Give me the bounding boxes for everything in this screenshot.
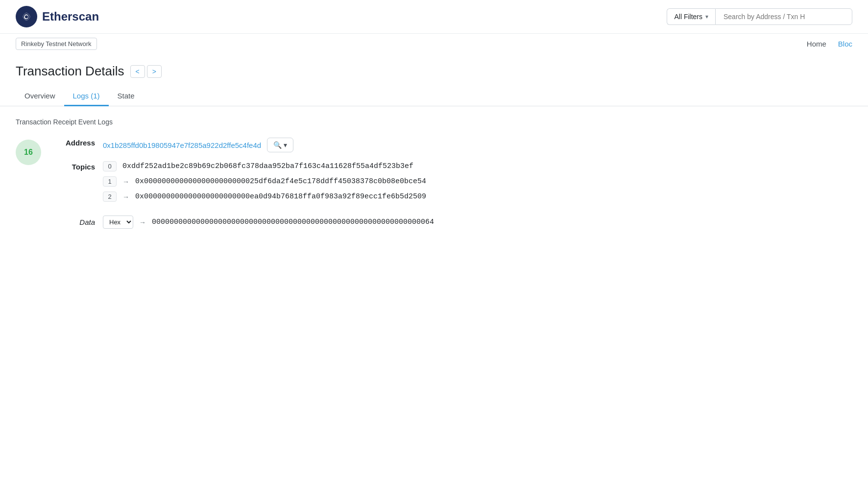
address-link[interactable]: 0x1b285ffd0b19805947e7f285a922d2ffe5c4fe… — [103, 141, 261, 149]
topic-index-1: 1 — [103, 176, 117, 187]
filter-label: All Filters — [674, 13, 702, 21]
topic-value-2: 0x000000000000000000000000ea0d94b76818ff… — [135, 192, 426, 201]
topic-index-0: 0 — [103, 161, 117, 171]
prev-arrow[interactable]: < — [130, 65, 145, 78]
svg-point-1 — [25, 15, 28, 18]
logo-icon — [16, 6, 37, 27]
nav-links: Home Bloc — [807, 40, 852, 48]
log-entry: 16 Address 0x1b285ffd0b19805947e7f285a92… — [16, 138, 852, 229]
topic-item-0: 0 0xddf252ad1be2c89b69c2b068fc378daa952b… — [103, 161, 852, 171]
filter-dropdown[interactable]: All Filters ▾ — [667, 8, 715, 25]
topic-item-2: 2 → 0x000000000000000000000000ea0d94b768… — [103, 192, 852, 202]
topics-content: 0 0xddf252ad1be2c89b69c2b068fc378daa952b… — [103, 161, 852, 207]
data-value: 0000000000000000000000000000000000000000… — [152, 218, 434, 226]
address-btn-chevron: ▾ — [284, 141, 287, 149]
topic-item-1: 1 → 0x00000000000000000000000025df6da2f4… — [103, 176, 852, 187]
log-details: Address 0x1b285ffd0b19805947e7f285a922d2… — [51, 138, 852, 229]
search-input[interactable] — [715, 8, 852, 25]
page-title-area: Transaction Details < > — [0, 54, 868, 79]
arrow-right-icon-2: → — [122, 193, 129, 201]
logo-text: Etherscan — [42, 10, 99, 24]
nav-arrows: < > — [130, 65, 162, 78]
address-action-btn[interactable]: 🔍 ▾ — [267, 138, 293, 152]
topic-value-1: 0x00000000000000000000000025df6da2f4e5c1… — [135, 177, 426, 186]
topic-index-2: 2 — [103, 192, 117, 202]
sub-header: Rinkeby Testnet Network Home Bloc — [0, 34, 868, 54]
page-title: Transaction Details — [16, 64, 124, 79]
next-arrow[interactable]: > — [147, 65, 162, 78]
nav-blocks[interactable]: Bloc — [838, 40, 852, 48]
address-label: Address — [51, 138, 95, 147]
network-badge: Rinkeby Testnet Network — [16, 38, 97, 50]
address-value-area: 0x1b285ffd0b19805947e7f285a922d2ffe5c4fe… — [103, 138, 293, 152]
data-format-select[interactable]: Hex Dec Text — [103, 216, 133, 229]
topics-label: Topics — [51, 161, 95, 171]
data-row: Data Hex Dec Text → 00000000000000000000… — [51, 216, 852, 229]
magnifier-icon: 🔍 — [273, 141, 282, 149]
logo-area: Etherscan — [16, 6, 99, 27]
data-label: Data — [51, 218, 95, 226]
content: Transaction Receipt Event Logs 16 Addres… — [0, 106, 868, 240]
tab-state[interactable]: State — [109, 87, 144, 106]
tab-logs[interactable]: Logs (1) — [64, 87, 109, 106]
topics-row: Topics 0 0xddf252ad1be2c89b69c2b068fc378… — [51, 161, 852, 207]
arrow-right-icon-1: → — [122, 178, 129, 186]
address-row: Address 0x1b285ffd0b19805947e7f285a922d2… — [51, 138, 852, 152]
tabs: Overview Logs (1) State — [0, 79, 868, 106]
header-right: All Filters ▾ — [667, 8, 852, 25]
topic-value-0: 0xddf252ad1be2c89b69c2b068fc378daa952ba7… — [122, 162, 413, 170]
header: Etherscan All Filters ▾ — [0, 0, 868, 34]
nav-home[interactable]: Home — [807, 40, 826, 48]
log-number: 16 — [16, 140, 41, 165]
tab-overview[interactable]: Overview — [16, 87, 64, 106]
section-label: Transaction Receipt Event Logs — [16, 118, 852, 126]
data-content: Hex Dec Text → 0000000000000000000000000… — [103, 216, 434, 229]
chevron-down-icon: ▾ — [705, 13, 708, 20]
data-arrow-icon: → — [139, 218, 146, 226]
